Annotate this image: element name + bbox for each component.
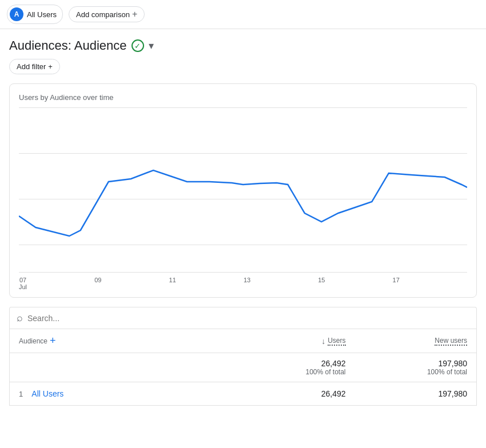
row-1-audience-cell: 1 All Users (10, 382, 234, 406)
col-header-new-users: New users (355, 329, 477, 353)
page-header: Audiences: Audience ✓ ▾ Add filter + (0, 29, 486, 79)
summary-users-cell: 26,492 100% of total (234, 353, 355, 382)
x-axis-labels: 07 Jul 09 11 13 15 17 (19, 274, 467, 290)
user-chip[interactable]: A All Users (7, 5, 63, 24)
add-filter-label: Add filter (17, 62, 46, 71)
page-title: Audiences: Audience (9, 38, 127, 53)
table-header-row: Audience + ↓ Users New users (10, 329, 477, 353)
x-label-15: 15 (318, 277, 325, 290)
data-table: Audience + ↓ Users New users (9, 329, 477, 406)
search-icon: ⌕ (17, 312, 23, 324)
col-header-audience: Audience + (10, 329, 234, 353)
chart-area: 07 Jul 09 11 13 15 17 (19, 107, 467, 290)
x-label-09: 09 (94, 277, 101, 290)
row-1-new-users-cell: 197,980 (355, 382, 477, 406)
summary-new-users-cell: 197,980 100% of total (355, 353, 477, 382)
chart-line (19, 170, 467, 236)
chart-card: Users by Audience over time 07 Jul 09 11 (9, 83, 477, 298)
user-chip-label: All Users (27, 10, 57, 19)
check-icon: ✓ (132, 39, 144, 52)
row-1-users-cell: 26,492 (234, 382, 355, 406)
summary-label-cell (10, 353, 234, 382)
x-label-13: 13 (244, 277, 250, 290)
dropdown-arrow-icon[interactable]: ▾ (149, 39, 154, 52)
search-row: ⌕ (9, 307, 477, 329)
search-input[interactable] (27, 314, 469, 323)
add-column-button[interactable]: + (50, 335, 56, 347)
summary-row: 26,492 100% of total 197,980 100% of tot… (10, 353, 477, 382)
table-section: ⌕ Audience + ↓ Users (9, 307, 477, 406)
page-title-row: Audiences: Audience ✓ ▾ (9, 38, 477, 53)
col-header-users: ↓ Users (234, 329, 355, 353)
x-label-17: 17 (393, 277, 400, 290)
row-rank: 1 (19, 390, 23, 398)
user-avatar: A (10, 7, 23, 21)
add-comparison-label: Add comparison (76, 10, 130, 19)
line-chart-svg (19, 107, 467, 267)
grid-line-bottom (19, 272, 467, 273)
x-label-07: 07 Jul (19, 277, 27, 290)
add-comparison-plus-icon: + (132, 10, 137, 19)
sort-icon: ↓ (321, 337, 325, 346)
table-row: 1 All Users 26,492 197,980 (10, 382, 477, 406)
add-comparison-button[interactable]: Add comparison + (69, 6, 145, 22)
add-filter-plus-icon: + (48, 62, 53, 71)
add-filter-button[interactable]: Add filter + (9, 59, 60, 74)
chart-title: Users by Audience over time (19, 93, 467, 102)
audience-link[interactable]: All Users (31, 389, 63, 398)
top-bar: A All Users Add comparison + (0, 0, 486, 29)
x-label-11: 11 (169, 277, 176, 290)
